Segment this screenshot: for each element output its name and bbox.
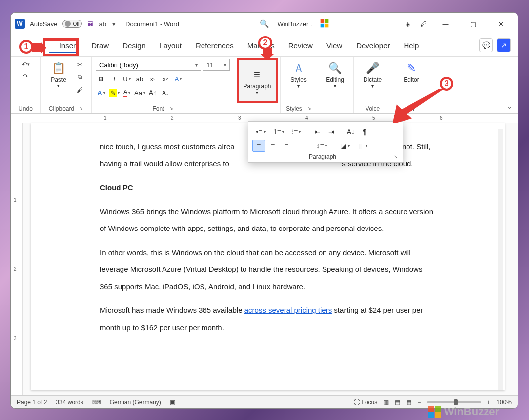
- styles-dialog-launcher[interactable]: ↘: [307, 106, 311, 111]
- tab-layout[interactable]: Layout: [153, 37, 189, 55]
- decrease-indent-icon: ⇤: [315, 128, 321, 136]
- multilevel-list-button[interactable]: ⁝≡▾: [288, 126, 305, 138]
- sort-button[interactable]: A↓: [344, 126, 357, 138]
- paragraph-dialog-launcher[interactable]: ↘: [394, 154, 398, 159]
- tab-help[interactable]: Help: [397, 37, 426, 55]
- strikethrough-icon[interactable]: ab: [99, 20, 106, 28]
- ruler-tick: 4: [305, 115, 308, 121]
- document-page[interactable]: nice touch, I guess most customers alrea…: [31, 123, 505, 390]
- decrease-indent-button[interactable]: ⇤: [311, 126, 324, 138]
- collapse-ribbon-icon[interactable]: ⌄: [507, 102, 513, 110]
- borders-button[interactable]: ▦▾: [354, 140, 371, 152]
- align-left-button[interactable]: ≡: [252, 140, 265, 152]
- increase-indent-button[interactable]: ⇥: [325, 126, 338, 138]
- tab-review[interactable]: Review: [282, 37, 320, 55]
- close-button[interactable]: ✕: [492, 20, 510, 28]
- cut-button[interactable]: ✂: [74, 59, 86, 70]
- format-painter-button[interactable]: 🖌: [74, 84, 86, 95]
- qat-dropdown-icon[interactable]: ▾: [112, 20, 116, 28]
- save-icon[interactable]: 🖬: [87, 20, 93, 28]
- ruler-tick: 2: [171, 115, 174, 121]
- annotation-marker-3: 3: [440, 77, 453, 91]
- paste-button[interactable]: 📋 Paste ▾: [46, 59, 71, 89]
- tab-draw[interactable]: Draw: [84, 37, 116, 55]
- tab-view[interactable]: View: [320, 37, 349, 55]
- maximize-button[interactable]: ▢: [464, 20, 482, 28]
- zoom-out-button[interactable]: −: [417, 399, 421, 406]
- numbering-button[interactable]: 1≡▾: [270, 126, 287, 138]
- search-icon[interactable]: 🔍: [260, 19, 269, 28]
- svg-rect-0: [321, 19, 325, 23]
- align-center-button[interactable]: ≡: [266, 140, 279, 152]
- font-art-button[interactable]: A▾: [96, 87, 107, 98]
- line-spacing-button[interactable]: ↕≡▾: [313, 140, 330, 152]
- web-layout-icon[interactable]: ▦: [406, 399, 411, 406]
- status-word-count[interactable]: 334 words: [56, 399, 83, 406]
- borders-icon: ▦: [358, 142, 365, 150]
- font-size-combo[interactable]: 11 ▾: [203, 59, 230, 71]
- styles-button[interactable]: Ａ Styles ▾: [286, 59, 311, 90]
- annotation-arrow-3: [392, 89, 446, 125]
- italic-button[interactable]: I: [109, 74, 120, 84]
- read-mode-icon[interactable]: ▥: [383, 399, 389, 406]
- text-effects-button[interactable]: A▾: [173, 74, 184, 84]
- subscript-button[interactable]: x2: [147, 74, 158, 84]
- vertical-ruler[interactable]: 1 2 3: [11, 123, 23, 395]
- minimize-button[interactable]: —: [437, 20, 454, 28]
- tab-references[interactable]: References: [189, 37, 241, 55]
- clipboard-dialog-launcher[interactable]: ↘: [79, 106, 83, 111]
- underline-button[interactable]: U▾: [122, 74, 132, 84]
- vertical-scrollbar[interactable]: [498, 129, 503, 390]
- share-button[interactable]: ↗: [497, 38, 511, 52]
- zoom-in-button[interactable]: +: [487, 399, 490, 406]
- body-text: In other words, this is Windows on the c…: [100, 244, 436, 296]
- shrink-font-button[interactable]: A↓: [160, 87, 171, 98]
- watermark-text: WinBuzzer: [444, 405, 499, 418]
- text-predict-icon[interactable]: ⌨: [92, 399, 101, 406]
- focus-mode-button[interactable]: ⛶ Focus: [354, 399, 377, 406]
- vruler-tick: 2: [14, 267, 17, 272]
- popout-group-label: Paragraph: [253, 153, 392, 160]
- comments-button[interactable]: 💬: [479, 38, 493, 52]
- shading-button[interactable]: ◪▾: [336, 140, 353, 152]
- diamond-icon[interactable]: ◈: [406, 20, 410, 28]
- svg-marker-5: [261, 48, 274, 60]
- zoom-slider[interactable]: [427, 401, 481, 403]
- highlight-button[interactable]: ✎▾: [109, 87, 120, 98]
- tab-developer[interactable]: Developer: [349, 37, 397, 55]
- vruler-tick: 3: [14, 336, 17, 341]
- link-pricing-tiers[interactable]: across several pricing tiers: [244, 306, 332, 314]
- print-layout-icon[interactable]: ▤: [395, 399, 400, 406]
- dictate-button[interactable]: 🎤 Dictate ▾: [361, 59, 385, 90]
- paragraph-dropdown-button[interactable]: ≡ Paragraph ▾: [238, 59, 277, 102]
- link-windows-platform[interactable]: brings the Windows platform to Microsoft…: [146, 207, 300, 216]
- redo-button[interactable]: ↷: [20, 71, 32, 81]
- font-name-combo[interactable]: Calibri (Body) ▾: [96, 59, 201, 71]
- macro-record-icon[interactable]: ▣: [170, 399, 175, 406]
- zoom-value[interactable]: 100%: [496, 399, 512, 406]
- show-hide-button[interactable]: ¶: [358, 126, 371, 138]
- editing-button[interactable]: 🔍 Editing ▾: [323, 59, 348, 90]
- bullets-button[interactable]: •≡▾: [252, 126, 269, 138]
- pen-icon[interactable]: 🖊: [420, 20, 427, 28]
- grow-font-button[interactable]: A↑: [147, 87, 158, 98]
- strikethrough-button[interactable]: ab: [134, 74, 145, 84]
- styles-icon: Ａ: [293, 60, 304, 76]
- status-language[interactable]: German (Germany): [110, 399, 161, 406]
- font-dialog-launcher[interactable]: ↘: [169, 106, 173, 111]
- autosave-toggle[interactable]: Off: [62, 20, 81, 28]
- font-color-button[interactable]: A▾: [122, 87, 132, 98]
- align-right-button[interactable]: ≡: [280, 140, 293, 152]
- superscript-button[interactable]: x2: [160, 74, 171, 84]
- status-page[interactable]: Page 1 of 2: [17, 399, 47, 406]
- clipboard-group-label: Clipboard: [49, 104, 74, 112]
- editor-button[interactable]: ✎ Editor: [399, 59, 424, 84]
- font-name-value: Calibri (Body): [99, 61, 138, 69]
- bold-button[interactable]: B: [96, 74, 107, 84]
- tab-design[interactable]: Design: [116, 37, 153, 55]
- justify-button[interactable]: ≣: [294, 140, 307, 152]
- change-case-button[interactable]: Aa▾: [134, 87, 145, 98]
- copy-button[interactable]: ⧉: [74, 72, 86, 82]
- document-title: Document1 - Word: [125, 20, 179, 28]
- undo-button[interactable]: ↶ ▾: [20, 59, 32, 70]
